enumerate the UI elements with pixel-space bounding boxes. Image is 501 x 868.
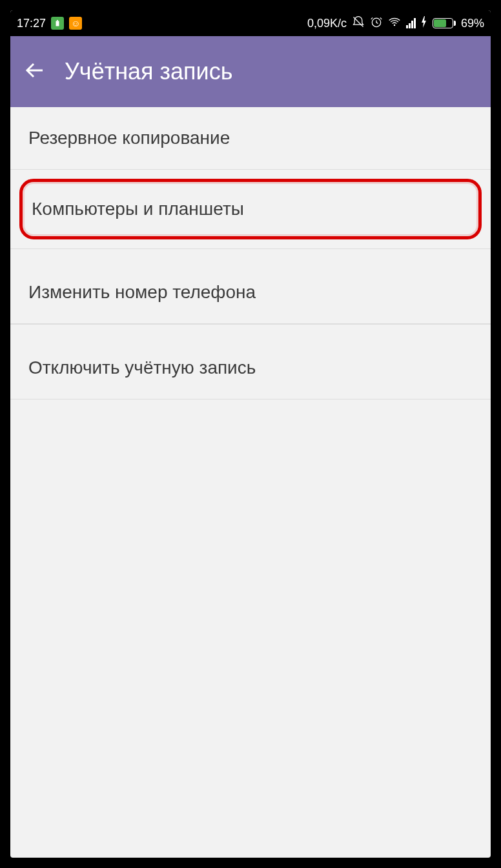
back-button[interactable] — [23, 59, 46, 85]
svg-point-4 — [394, 24, 396, 26]
menu-item-change-phone[interactable]: Изменить номер телефона — [10, 261, 491, 324]
status-bar-right: 0,09K/c 69% — [307, 15, 484, 32]
cellular-signal-icon — [406, 18, 416, 28]
network-speed: 0,09K/c — [307, 17, 347, 30]
wifi-icon — [388, 15, 401, 32]
battery-percent: 69% — [461, 17, 484, 30]
status-bar: 17:27 ☺ 0,09K/c — [10, 10, 491, 36]
svg-rect-0 — [56, 21, 59, 26]
app-header: Учётная запись — [10, 36, 491, 107]
battery-app-icon — [51, 17, 64, 30]
menu-item-computers-tablets[interactable]: Компьютеры и планшеты — [19, 179, 482, 239]
menu-item-disable-account[interactable]: Отключить учётную запись — [10, 337, 491, 399]
battery-icon — [433, 18, 456, 28]
arrow-back-icon — [23, 59, 46, 82]
status-bar-left: 17:27 ☺ — [17, 17, 82, 30]
section-divider — [10, 324, 491, 337]
status-time: 17:27 — [17, 17, 46, 30]
menu-item-label: Отключить учётную запись — [28, 358, 256, 378]
phone-frame: 17:27 ☺ 0,09K/c — [0, 0, 501, 868]
app-notification-icon: ☺ — [69, 17, 82, 30]
charging-icon — [421, 16, 427, 31]
dnd-icon — [352, 15, 365, 32]
alarm-icon — [370, 15, 383, 32]
menu-item-label: Резервное копирование — [28, 128, 230, 148]
content-area: Резервное копирование Компьютеры и планш… — [10, 107, 491, 399]
page-title: Учётная запись — [65, 58, 232, 85]
menu-item-label: Компьютеры и планшеты — [32, 199, 244, 219]
menu-item-backup[interactable]: Резервное копирование — [10, 107, 491, 170]
svg-rect-1 — [57, 20, 58, 21]
section-divider — [10, 248, 491, 261]
menu-item-label: Изменить номер телефона — [28, 282, 256, 302]
